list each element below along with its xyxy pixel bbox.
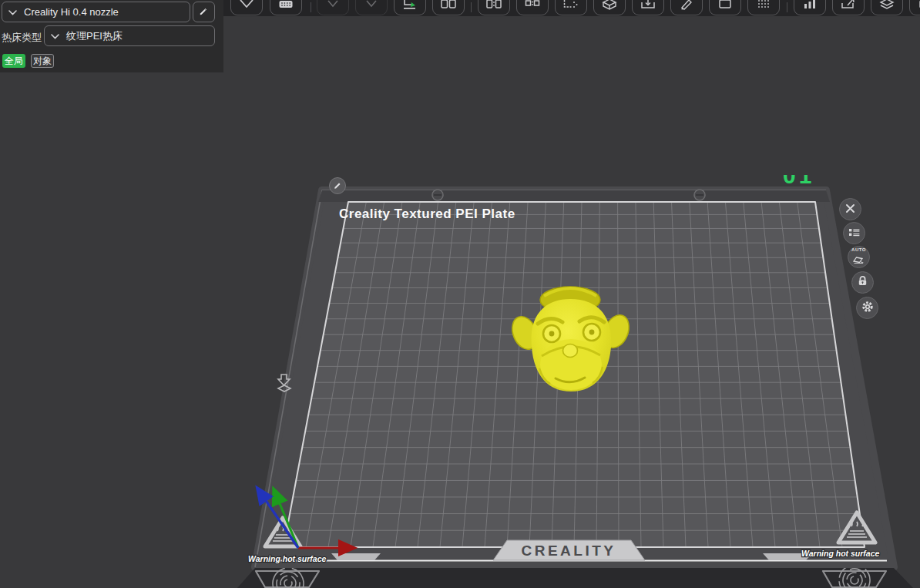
pencil-icon bbox=[334, 179, 342, 193]
creality-logo: CREALITY bbox=[493, 540, 645, 560]
close-plate-button[interactable] bbox=[839, 198, 861, 220]
brand-text: CREALITY bbox=[522, 543, 616, 559]
plate-number: 01 bbox=[783, 175, 823, 187]
close-icon bbox=[845, 203, 855, 217]
lock-plate-button[interactable] bbox=[851, 271, 874, 294]
plate-screw-icon bbox=[694, 190, 705, 200]
auto-label: AUTO bbox=[851, 247, 866, 252]
plate-front-tab-left bbox=[331, 553, 381, 560]
lock-icon bbox=[857, 275, 868, 290]
plate-title: Creality Textured PEI Plate bbox=[339, 207, 515, 221]
plate-settings-button[interactable] bbox=[856, 297, 878, 319]
warning-label-right: Warning hot surface bbox=[801, 549, 879, 558]
creality-print-app: Creality Hi 0.4 nozzle 热床类型 纹理PEI热床 全局 对… bbox=[0, 0, 920, 588]
viewport-3d[interactable]: Creality Textured PEI Plate CRE bbox=[0, 0, 920, 588]
auto-arrange-icon bbox=[853, 253, 865, 267]
plate-back-rail bbox=[318, 190, 830, 202]
gear-icon bbox=[861, 301, 874, 316]
object-list-button[interactable] bbox=[843, 222, 865, 244]
nose bbox=[563, 344, 578, 358]
warning-label-left: Warning hot surface bbox=[248, 554, 326, 563]
auto-arrange-button[interactable]: AUTO bbox=[848, 246, 870, 268]
plate-screw-icon bbox=[432, 190, 443, 200]
object-list-icon bbox=[848, 227, 860, 240]
edit-plate-button[interactable] bbox=[329, 177, 346, 194]
